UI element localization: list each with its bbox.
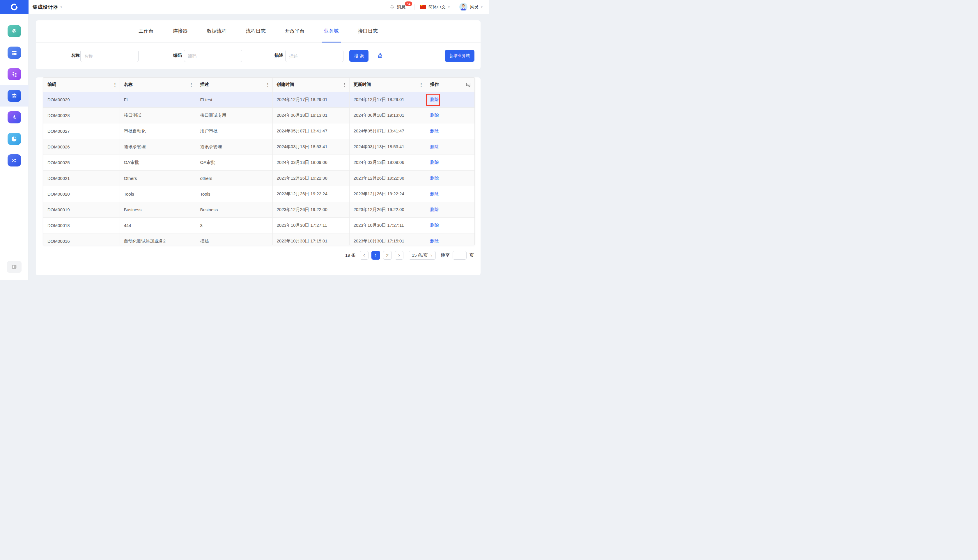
delete-link[interactable]: 删除	[430, 238, 439, 243]
column-menu-icon[interactable]: ⋮	[189, 82, 193, 87]
cell-desc: Tools	[196, 186, 272, 202]
delete-link[interactable]: 删除	[430, 160, 439, 165]
add-business-domain-button[interactable]: 新增业务域	[445, 50, 475, 62]
pagination-page-1[interactable]: 1	[372, 251, 380, 260]
cell-created: 2023年12月26日 19:22:38	[272, 170, 349, 186]
table-card: 编码⋮名称⋮描述⋮创建时间⋮更新时间⋮操作 DOM00029FLFLtest20…	[36, 77, 481, 275]
jump-page-input[interactable]	[453, 251, 467, 260]
column-header-4: 创建时间⋮	[272, 78, 349, 92]
tab-6[interactable]: 业务域	[322, 20, 341, 42]
cell-desc: FLtest	[196, 92, 272, 107]
page-size-select[interactable]: 15 条/页 ∨	[409, 251, 436, 260]
sidebar-item-5[interactable]	[0, 107, 28, 128]
cell-updated: 2023年10月30日 17:27:11	[349, 217, 426, 233]
tabs-filters-card: 工作台连接器数据流程流程日志开放平台业务域接口日志 名称 编码 描述 搜 索 新…	[36, 20, 481, 69]
sidebar-item-6[interactable]	[0, 128, 28, 150]
column-menu-icon[interactable]: ⋮	[113, 82, 117, 87]
delete-link[interactable]: 删除	[430, 207, 439, 212]
desc-filter-label: 描述	[275, 53, 283, 58]
app-logo[interactable]	[0, 0, 28, 14]
cell-created: 2024年05月07日 13:41:47	[272, 123, 349, 139]
messages-badge: 54	[405, 1, 412, 7]
column-header-1: 编码⋮	[43, 78, 120, 92]
delete-link[interactable]: 删除	[430, 175, 439, 180]
jump-suffix: 页	[470, 253, 474, 258]
language-selector[interactable]: ★ 简体中文 ▼	[420, 4, 450, 10]
column-settings-icon[interactable]	[465, 82, 471, 87]
sidebar-item-4[interactable]	[0, 85, 28, 107]
jump-label: 跳至	[441, 253, 450, 258]
cell-code: DOM00018	[43, 217, 120, 233]
cell-code: DOM00029	[43, 92, 120, 107]
cell-actions: 删除	[426, 202, 475, 217]
user-menu[interactable]: 风灵 ▼	[459, 3, 483, 11]
cell-created: 2024年06月18日 19:13:01	[272, 107, 349, 123]
cell-code: DOM00025	[43, 155, 120, 170]
tab-1[interactable]: 工作台	[137, 20, 156, 42]
cell-actions: 删除	[426, 233, 475, 245]
cell-code: DOM00019	[43, 202, 120, 217]
cell-desc: 接口测试专用	[196, 107, 272, 123]
layout-icon	[8, 47, 21, 59]
cell-created: 2023年10月30日 17:15:01	[272, 233, 349, 245]
delete-link[interactable]: 删除	[430, 113, 439, 118]
sidebar-item-3[interactable]	[0, 63, 28, 85]
sidebar-item-2[interactable]	[0, 42, 28, 63]
shuffle-icon	[8, 154, 21, 167]
tab-4[interactable]: 流程日志	[243, 20, 268, 42]
app-title-caret-icon[interactable]: ▼	[60, 5, 63, 9]
tab-5[interactable]: 开放平台	[283, 20, 307, 42]
table-row: DOM0001844432023年10月30日 17:27:112023年10月…	[43, 217, 475, 233]
tabs-bar: 工作台连接器数据流程流程日志开放平台业务域接口日志	[36, 20, 481, 43]
code-filter-label: 编码	[173, 53, 182, 58]
business-domain-table: 编码⋮名称⋮描述⋮创建时间⋮更新时间⋮操作 DOM00029FLFLtest20…	[43, 78, 475, 245]
column-menu-icon[interactable]: ⋮	[266, 82, 270, 87]
cell-actions: 删除	[426, 155, 475, 170]
desc-filter-input[interactable]	[285, 50, 343, 62]
pagination-page-2[interactable]: 2	[383, 251, 392, 260]
cell-name: FL	[120, 92, 196, 107]
code-filter-input[interactable]	[184, 50, 242, 62]
cell-name: 接口测试	[120, 107, 196, 123]
language-caret-icon: ▼	[447, 5, 450, 9]
messages-entry[interactable]: 消息 54	[390, 4, 405, 10]
delete-link[interactable]: 删除	[430, 191, 439, 196]
tab-7[interactable]: 接口日志	[356, 20, 380, 42]
cell-name: 通讯录管理	[120, 139, 196, 155]
pagination-next-button[interactable]: ›	[395, 251, 403, 260]
user-name: 风灵	[470, 4, 478, 10]
sidebar-collapse-button[interactable]	[7, 261, 22, 273]
table-row: DOM00020ToolsTools2023年12月26日 19:22:2420…	[43, 186, 475, 202]
tab-2[interactable]: 连接器	[171, 20, 190, 42]
sidebar-item-1[interactable]	[0, 20, 28, 42]
delete-link[interactable]: 删除	[430, 144, 439, 149]
tab-3[interactable]: 数据流程	[205, 20, 229, 42]
cell-updated: 2023年12月26日 19:22:24	[349, 186, 426, 202]
language-label: 简体中文	[428, 4, 446, 10]
broom-icon	[377, 52, 384, 59]
table-body: DOM00029FLFLtest2024年12月17日 18:29:012024…	[43, 92, 475, 245]
pagination-prev-button[interactable]: ‹	[360, 251, 368, 260]
pie-chart-icon	[8, 133, 21, 145]
delete-link[interactable]: 删除	[430, 128, 439, 133]
cell-desc: 描述	[196, 233, 272, 245]
cell-name: 自动化测试添加业务2	[120, 233, 196, 245]
search-button[interactable]: 搜 索	[349, 50, 368, 62]
cell-created: 2023年10月30日 17:27:11	[272, 217, 349, 233]
name-filter-input[interactable]	[80, 50, 138, 62]
cell-desc: OA审批	[196, 155, 272, 170]
column-menu-icon[interactable]: ⋮	[343, 82, 347, 87]
sidebar-item-7[interactable]	[0, 150, 28, 171]
delete-link[interactable]: 删除	[430, 97, 439, 102]
cell-name: 审批自动化	[120, 123, 196, 139]
page-size-value: 15 条/页	[412, 253, 428, 258]
cell-created: 2024年03月13日 18:09:06	[272, 155, 349, 170]
main-content: 工作台连接器数据流程流程日志开放平台业务域接口日志 名称 编码 描述 搜 索 新…	[28, 14, 489, 280]
panel-expand-icon	[11, 264, 17, 270]
column-menu-icon[interactable]: ⋮	[419, 82, 423, 87]
app-title: 集成设计器	[33, 4, 58, 10]
delete-link[interactable]: 删除	[430, 223, 439, 228]
clear-filters-button[interactable]	[377, 52, 384, 60]
cell-updated: 2024年03月13日 18:09:06	[349, 155, 426, 170]
user-caret-icon: ▼	[480, 5, 483, 9]
